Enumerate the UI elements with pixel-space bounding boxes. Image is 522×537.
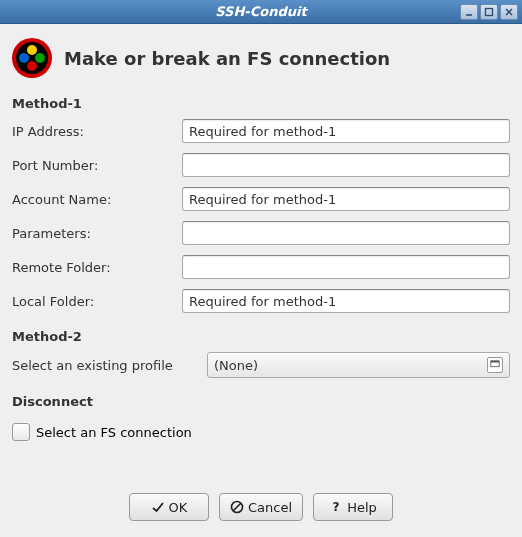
- svg-rect-1: [486, 8, 493, 15]
- row-ip-address: IP Address:: [12, 119, 510, 143]
- cancel-icon: [230, 500, 244, 514]
- row-account-name: Account Name:: [12, 187, 510, 211]
- select-profile[interactable]: (None): [207, 352, 510, 378]
- ok-button[interactable]: OK: [129, 493, 209, 521]
- input-port-number[interactable]: [182, 153, 510, 177]
- label-remote-folder: Remote Folder:: [12, 260, 182, 275]
- row-port-number: Port Number:: [12, 153, 510, 177]
- svg-rect-5: [491, 361, 499, 363]
- label-account-name: Account Name:: [12, 192, 182, 207]
- input-remote-folder[interactable]: [182, 255, 510, 279]
- label-select-fs: Select an FS connection: [36, 425, 192, 440]
- label-local-folder: Local Folder:: [12, 294, 182, 309]
- help-icon: ?: [329, 500, 343, 514]
- window-controls: [460, 4, 518, 20]
- section-disconnect-title: Disconnect: [12, 394, 510, 409]
- titlebar: SSH-Conduit: [0, 0, 522, 24]
- cancel-button-label: Cancel: [248, 500, 292, 515]
- dropdown-icon: [487, 357, 503, 373]
- minimize-button[interactable]: [460, 4, 478, 20]
- close-button[interactable]: [500, 4, 518, 20]
- app-icon: [12, 38, 52, 78]
- label-parameters: Parameters:: [12, 226, 182, 241]
- ok-button-label: OK: [169, 500, 188, 515]
- row-profile-select: Select an existing profile (None): [12, 352, 510, 378]
- row-disconnect-checkbox: Select an FS connection: [12, 423, 510, 441]
- check-icon: [151, 500, 165, 514]
- row-remote-folder: Remote Folder:: [12, 255, 510, 279]
- header: Make or break an FS connection: [12, 34, 510, 90]
- input-ip-address[interactable]: [182, 119, 510, 143]
- cancel-button[interactable]: Cancel: [219, 493, 303, 521]
- checkbox-select-fs[interactable]: [12, 423, 30, 441]
- dialog-content: Make or break an FS connection Method-1 …: [0, 24, 522, 537]
- select-profile-value: (None): [214, 358, 487, 373]
- input-account-name[interactable]: [182, 187, 510, 211]
- input-local-folder[interactable]: [182, 289, 510, 313]
- row-parameters: Parameters:: [12, 221, 510, 245]
- button-row: OK Cancel ? Help: [12, 493, 510, 527]
- svg-text:?: ?: [333, 500, 340, 514]
- label-profile-select: Select an existing profile: [12, 358, 207, 373]
- window-title: SSH-Conduit: [0, 4, 522, 19]
- label-port-number: Port Number:: [12, 158, 182, 173]
- row-local-folder: Local Folder:: [12, 289, 510, 313]
- svg-line-7: [233, 503, 241, 511]
- help-button-label: Help: [347, 500, 377, 515]
- page-title: Make or break an FS connection: [64, 48, 390, 69]
- section-method2-title: Method-2: [12, 329, 510, 344]
- maximize-button[interactable]: [480, 4, 498, 20]
- label-ip-address: IP Address:: [12, 124, 182, 139]
- section-method1-title: Method-1: [12, 96, 510, 111]
- input-parameters[interactable]: [182, 221, 510, 245]
- help-button[interactable]: ? Help: [313, 493, 393, 521]
